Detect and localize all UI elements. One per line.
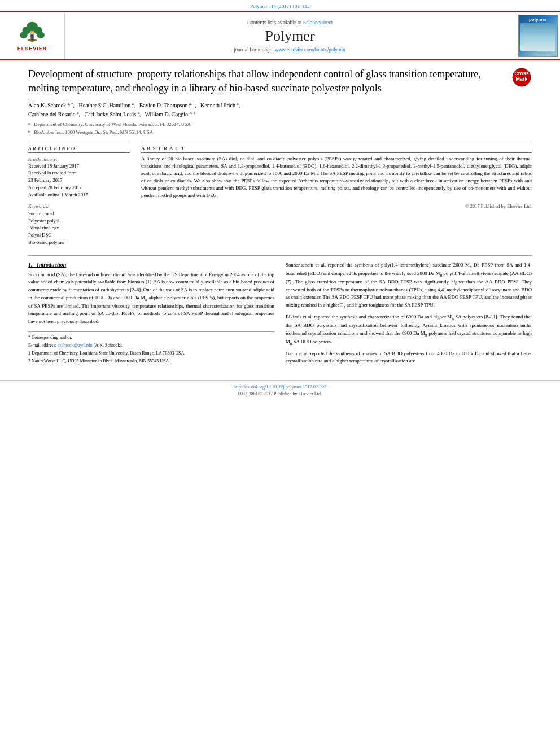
elsevier-logo: ELSEVIER: [15, 21, 49, 51]
affiliation-b: b BioAmber Inc., 1000 Westgate Dr., St. …: [28, 129, 532, 136]
abstract-text: A library of 20 bio-based succinate (SA)…: [141, 155, 532, 200]
body-left-column: 1. Introduction Succinic acid (SA), the …: [28, 261, 274, 369]
keyword-5: Bio-based polymer: [28, 239, 130, 246]
top-citation-bar: Polymer 114 (2017) 103–112: [0, 0, 560, 11]
sciencedirect-link[interactable]: ScienceDirect: [303, 20, 333, 25]
affiliation-a: a Department of Chemistry, University of…: [28, 121, 532, 128]
citation-text: Polymer 114 (2017) 103–112: [250, 3, 310, 9]
article-info-box: A R T I C L E I N F O Article history: R…: [28, 143, 130, 246]
keywords-heading: Keywords:: [28, 203, 130, 209]
article-info-heading: A R T I C L E I N F O: [28, 146, 130, 153]
footnotes: * Corresponding author. E-mail address: …: [28, 331, 274, 365]
article-title: Development of structure–property relati…: [28, 65, 532, 95]
affiliations: a Department of Chemistry, University of…: [28, 121, 532, 136]
accepted-date: Accepted 28 February 2017: [28, 185, 130, 191]
elsevier-tree-icon: [15, 21, 49, 45]
svg-rect-8: [30, 34, 33, 39]
journal-header: ELSEVIER Contents lists available at Sci…: [0, 11, 560, 60]
homepage-url[interactable]: www.elsevier.com/locate/polymer: [275, 47, 345, 53]
elsevier-label: ELSEVIER: [18, 46, 47, 51]
polymer-cover-artwork: [520, 23, 555, 51]
keywords-section: Keywords: Succinic acid Polyester polyol…: [28, 203, 130, 246]
revised-label: Received in revised form: [28, 170, 130, 177]
svg-text:Mark: Mark: [515, 76, 528, 82]
svg-point-4: [37, 32, 44, 38]
history-heading: Article history:: [28, 156, 130, 162]
article-info-column: A R T I C L E I N F O Article history: R…: [28, 143, 130, 246]
revised-date: 23 February 2017: [28, 177, 130, 184]
page: Polymer 114 (2017) 103–112: [0, 0, 560, 747]
section-divider: [28, 255, 532, 256]
issn-text: 0032-3861/© 2017 Published by Elsevier L…: [28, 391, 532, 396]
authors-line: Alan K. Schrock a, *, Heather S.C. Hamil…: [28, 101, 532, 119]
polymer-cover: polymer: [518, 15, 558, 57]
abstract-box: A B S T R A C T A library of 20 bio-base…: [141, 143, 532, 209]
right-paragraph-3: Garin et al. reported the synthesis of a…: [286, 350, 532, 365]
abstract-copyright: © 2017 Published by Elsevier Ltd.: [141, 203, 532, 209]
footnote-corresponding: * Corresponding author.: [28, 334, 274, 341]
footnote-2: 2 NatureWorks LLC, 15305 Minnetonka Blvd…: [28, 358, 274, 365]
svg-point-7: [30, 32, 33, 34]
article-title-area: Cross Mark Development of structure–prop…: [28, 65, 532, 95]
homepage-line: journal homepage: www.elsevier.com/locat…: [234, 47, 346, 53]
article-content: Cross Mark Development of structure–prop…: [0, 65, 560, 380]
intro-heading: 1. Introduction: [28, 261, 274, 268]
online-date: Available online 1 March 2017: [28, 192, 130, 199]
abstract-heading: A B S T R A C T: [141, 146, 532, 153]
right-paragraph-2: Bikiaris et al. reported the synthesis a…: [286, 313, 532, 347]
body-right-column: Sonnenschein et al. reported the synthes…: [286, 261, 532, 369]
doi-link: http://dx.doi.org/10.1016/j.polymer.2017…: [28, 384, 532, 390]
info-abstract-section: A R T I C L E I N F O Article history: R…: [28, 143, 532, 246]
bottom-bar: http://dx.doi.org/10.1016/j.polymer.2017…: [0, 380, 560, 399]
keyword-3: Polyol rheology: [28, 224, 130, 231]
received-date: Received 18 January 2017: [28, 163, 130, 170]
footnote-1: 1 Department of Chemistry, Louisiana Sta…: [28, 350, 274, 357]
svg-text:Cross: Cross: [514, 71, 529, 76]
footnote-email: E-mail address: aschrock@uwf.edu (A.K. S…: [28, 342, 274, 349]
right-paragraph-1: Sonnenschein et al. reported the synthes…: [286, 261, 532, 310]
contents-line: Contents lists available at ScienceDirec…: [247, 20, 333, 25]
polymer-cover-image-area: polymer: [515, 12, 560, 59]
intro-paragraph-1: Succinic acid (SA), the four-carbon line…: [28, 271, 274, 326]
svg-point-3: [20, 32, 27, 38]
crossmark-area: Cross Mark: [511, 67, 532, 89]
journal-center: Contents lists available at ScienceDirec…: [65, 12, 515, 59]
doi-anchor[interactable]: http://dx.doi.org/10.1016/j.polymer.2017…: [234, 384, 326, 390]
body-section: 1. Introduction Succinic acid (SA), the …: [28, 261, 532, 369]
journal-title: Polymer: [265, 28, 314, 45]
abstract-column: A B S T R A C T A library of 20 bio-base…: [141, 143, 532, 246]
crossmark-icon: Cross Mark: [511, 67, 532, 88]
keyword-2: Polyester polyol: [28, 217, 130, 225]
keyword-4: Polyol DSC: [28, 231, 130, 239]
polymer-cover-title: polymer: [529, 17, 546, 22]
keyword-1: Succinic acid: [28, 210, 130, 217]
elsevier-logo-area: ELSEVIER: [0, 12, 65, 59]
email-link[interactable]: aschrock@uwf.edu: [58, 343, 94, 348]
